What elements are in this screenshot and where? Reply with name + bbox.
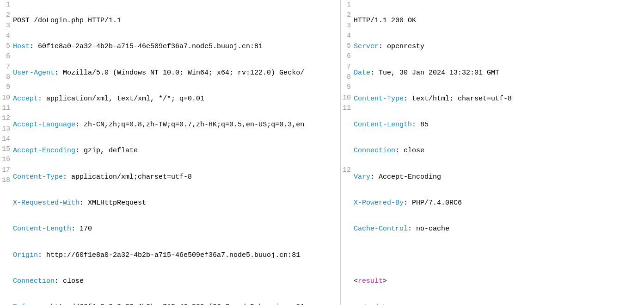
response-header: Content-Length: 85 — [353, 120, 644, 130]
response-editor[interactable]: HTTP/1.1 200 OK Server: openresty Date: … — [353, 0, 644, 305]
request-header: Accept-Language: zh-CN,zh;q=0.8,zh-TW;q=… — [12, 120, 340, 130]
request-header: Content-Type: application/xml;charset=ut… — [12, 172, 340, 182]
response-header: Content-Type: text/html; charset=utf-8 — [353, 94, 644, 104]
request-header: Referer: http://60f1e8a0-2a32-4b2b-a715-… — [12, 302, 340, 305]
request-header: Content-Length: 170 — [12, 224, 340, 234]
request-pane: 123456789101112131415161718 POST /doLogi… — [0, 0, 341, 305]
request-line: POST /doLogin.php HTTP/1.1 — [12, 16, 340, 26]
xml-tag: <code> — [353, 302, 644, 305]
request-header: Accept: application/xml, text/xml, */*; … — [12, 94, 340, 104]
request-header: User-Agent: Mozilla/5.0 (Windows NT 10.0… — [12, 68, 340, 78]
request-header: X-Requested-With: XMLHttpRequest — [12, 198, 340, 208]
request-editor[interactable]: POST /doLogin.php HTTP/1.1 Host: 60f1e8a… — [12, 0, 340, 305]
request-header: Origin: http://60f1e8a0-2a32-4b2b-a715-4… — [12, 250, 340, 261]
xml-tag: <result> — [353, 276, 644, 286]
response-header: X-Powered-By: PHP/7.4.0RC6 — [353, 198, 644, 208]
response-gutter: 123456789101112 — [341, 0, 353, 175]
response-header: Server: openresty — [353, 42, 644, 52]
request-header: Accept-Encoding: gzip, deflate — [12, 146, 340, 156]
response-header: Cache-Control: no-cache — [353, 224, 644, 234]
response-header: Date: Tue, 30 Jan 2024 13:32:01 GMT — [353, 68, 644, 78]
response-header: Connection: close — [353, 146, 644, 156]
request-header: Host: 60f1e8a0-2a32-4b2b-a715-46e509ef36… — [12, 42, 340, 52]
response-pane: 123456789101112 HTTP/1.1 200 OK Server: … — [341, 0, 644, 305]
request-gutter: 123456789101112131415161718 — [0, 0, 12, 186]
response-blank — [353, 250, 644, 261]
status-line: HTTP/1.1 200 OK — [353, 16, 644, 26]
request-header: Connection: close — [12, 276, 340, 286]
response-header: Vary: Accept-Encoding — [353, 172, 644, 182]
